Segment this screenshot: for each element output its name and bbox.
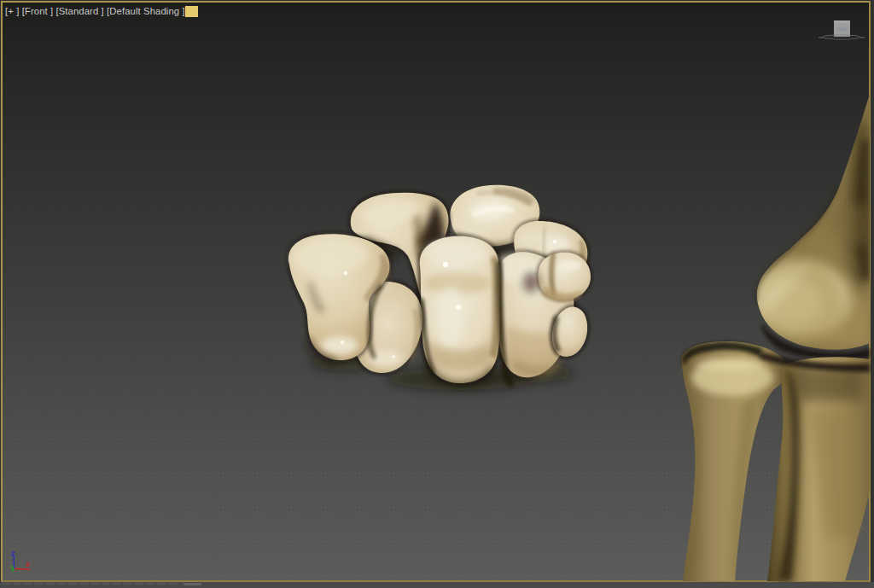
- svg-text:X: X: [26, 561, 30, 568]
- svg-text:Front: Front: [836, 26, 848, 32]
- svg-text:Y: Y: [10, 564, 15, 572]
- svg-text:Z: Z: [11, 550, 15, 557]
